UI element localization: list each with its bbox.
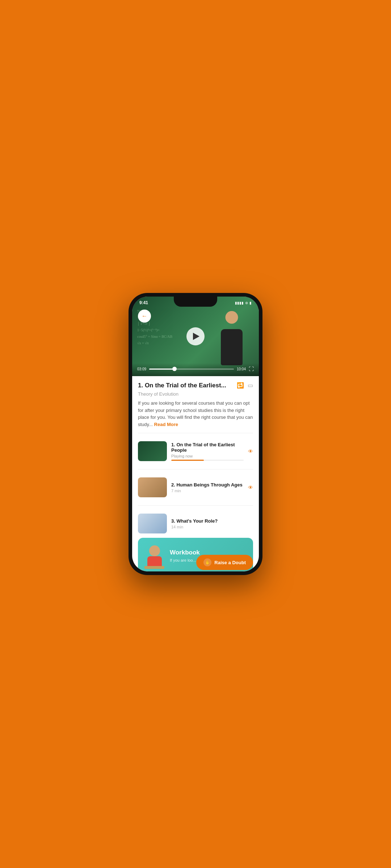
divider-2 (138, 469, 253, 469)
share-icon[interactable]: 🔁 (237, 382, 244, 389)
battery-icon: ▮ (249, 301, 252, 305)
phone-frame: 9:41 ▮▮▮▮ ⊛ ▮ y₀ 1 + N·r ⌠ 1+√r ⌡ 1−5(½)… (129, 293, 262, 575)
lesson-thumb-1 (138, 441, 167, 461)
read-more-button[interactable]: Read More (154, 422, 178, 427)
eye-icon-1: 👁 (248, 448, 253, 454)
progress-track[interactable] (149, 369, 234, 370)
lesson-name-1: 1. On the Trial of the Earliest People (171, 442, 244, 453)
status-icons: ▮▮▮▮ ⊛ ▮ (235, 301, 252, 305)
back-arrow-icon: ← (142, 313, 147, 319)
total-time: 10:04 (237, 367, 246, 371)
workbook-figure (144, 544, 165, 569)
raise-doubt-button[interactable]: ✋ Raise a Doubt (196, 555, 253, 570)
video-player[interactable]: y₀ 1 + N·r ⌠ 1+√r ⌡ 1−5(½)³+(¹⁻³)= cos45… (132, 297, 259, 376)
bookmark-icon[interactable]: ▭ (248, 382, 253, 389)
play-button[interactable] (186, 327, 205, 345)
workbook-desk (144, 566, 164, 569)
teacher-body (221, 329, 243, 365)
current-time: 03:09 (137, 367, 146, 371)
title-row: 1. On the Trial of the Earliest... 🔁 ▭ (138, 382, 253, 389)
eye-icon-2: 👁 (248, 485, 253, 490)
divider-1 (138, 433, 253, 433)
lesson-status-1: Playing now (171, 454, 244, 458)
fullscreen-icon[interactable]: ⛶ (249, 366, 254, 372)
doubt-icon: ✋ (203, 558, 211, 566)
lesson-title: 1. On the Trial of the Earliest... (138, 382, 234, 389)
video-controls: 03:09 10:04 ⛶ (132, 363, 259, 376)
lesson-thumb-3 (138, 514, 167, 533)
lesson-description: If you are looking for several courses t… (138, 400, 253, 428)
lesson-info-2: 2. Human Beings Through Ages 7 min (171, 482, 244, 493)
teacher-head (226, 311, 238, 324)
lesson-item-2[interactable]: 2. Human Beings Through Ages 7 min 👁 (138, 475, 253, 500)
lesson-thumb-2 (138, 477, 167, 497)
lesson-duration-3: 14 min (171, 525, 253, 529)
lesson-subtitle: Theory of Evolution (138, 391, 253, 397)
workbook-person (149, 545, 160, 556)
status-bar: 9:41 ▮▮▮▮ ⊛ ▮ (132, 297, 259, 307)
lesson-duration-2: 7 min (171, 489, 244, 493)
play-icon (193, 333, 199, 340)
raise-doubt-label: Raise a Doubt (214, 560, 246, 565)
wifi-icon: ⊛ (245, 301, 248, 305)
playing-fill-1 (171, 460, 204, 461)
lesson-item-1[interactable]: 1. On the Trial of the Earliest People P… (138, 438, 253, 464)
lesson-name-2: 2. Human Beings Through Ages (171, 482, 244, 488)
playing-progress-1 (171, 460, 244, 461)
divider-3 (138, 505, 253, 506)
progress-thumb[interactable] (172, 367, 177, 371)
lesson-item-3[interactable]: 3. What's Your Role? 14 min (138, 511, 253, 536)
title-actions: 🔁 ▭ (237, 382, 253, 389)
status-time: 9:41 (139, 300, 148, 305)
content-area: 1. On the Trial of the Earliest... 🔁 ▭ T… (132, 376, 259, 571)
phone-screen: 9:41 ▮▮▮▮ ⊛ ▮ y₀ 1 + N·r ⌠ 1+√r ⌡ 1−5(½)… (132, 297, 259, 571)
back-button[interactable]: ← (138, 310, 151, 323)
progress-fill (149, 369, 175, 370)
lesson-name-3: 3. What's Your Role? (171, 518, 253, 524)
signal-icon: ▮▮▮▮ (235, 301, 244, 305)
progress-container: 03:09 10:04 ⛶ (137, 366, 254, 372)
lesson-info-1: 1. On the Trial of the Earliest People P… (171, 442, 244, 461)
lesson-info-3: 3. What's Your Role? 14 min (171, 518, 253, 529)
teacher-figure (215, 311, 248, 365)
